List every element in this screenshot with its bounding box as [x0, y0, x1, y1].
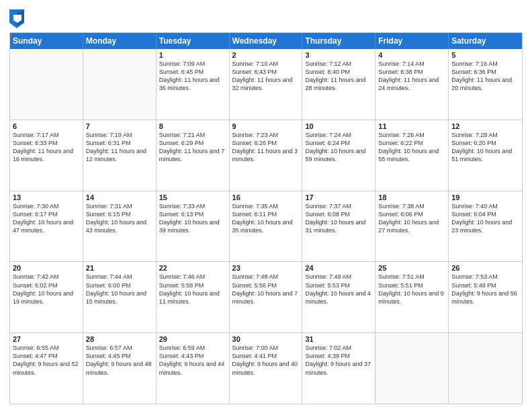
logo [9, 9, 27, 28]
calendar-cell: 1Sunrise: 7:09 AM Sunset: 6:45 PM Daylig… [157, 49, 230, 120]
header-day-tuesday: Tuesday [157, 33, 230, 49]
calendar-cell: 6Sunrise: 7:17 AM Sunset: 6:33 PM Daylig… [10, 120, 83, 191]
day-number: 30 [232, 335, 300, 343]
calendar-header: SundayMondayTuesdayWednesdayThursdayFrid… [10, 33, 522, 49]
header-day-wednesday: Wednesday [230, 33, 303, 49]
calendar-cell: 22Sunrise: 7:46 AM Sunset: 5:58 PM Dayli… [157, 262, 230, 332]
calendar-cell: 15Sunrise: 7:33 AM Sunset: 6:13 PM Dayli… [157, 191, 230, 262]
day-number: 15 [159, 193, 226, 201]
calendar-cell: 16Sunrise: 7:35 AM Sunset: 6:11 PM Dayli… [230, 191, 303, 262]
calendar-cell: 7Sunrise: 7:19 AM Sunset: 6:31 PM Daylig… [83, 120, 157, 191]
cell-text: Sunrise: 7:26 AM Sunset: 6:22 PM Dayligh… [378, 131, 445, 164]
cell-text: Sunrise: 7:12 AM Sunset: 6:40 PM Dayligh… [305, 60, 372, 93]
calendar-cell: 18Sunrise: 7:38 AM Sunset: 6:06 PM Dayli… [375, 191, 449, 262]
cell-text: Sunrise: 7:14 AM Sunset: 6:38 PM Dayligh… [378, 60, 445, 93]
cell-text: Sunrise: 7:02 AM Sunset: 4:39 PM Dayligh… [305, 344, 372, 377]
cell-text: Sunrise: 7:53 AM Sunset: 5:49 PM Dayligh… [451, 273, 519, 306]
cell-text: Sunrise: 7:51 AM Sunset: 5:51 PM Dayligh… [378, 273, 445, 306]
calendar-cell: 3Sunrise: 7:12 AM Sunset: 6:40 PM Daylig… [302, 49, 375, 120]
cell-text: Sunrise: 7:44 AM Sunset: 6:00 PM Dayligh… [86, 273, 153, 306]
cell-text: Sunrise: 7:38 AM Sunset: 6:06 PM Dayligh… [378, 202, 445, 235]
calendar-cell: 28Sunrise: 6:57 AM Sunset: 4:45 PM Dayli… [83, 333, 157, 404]
calendar-cell: 19Sunrise: 7:40 AM Sunset: 6:04 PM Dayli… [449, 191, 522, 262]
day-number: 20 [13, 264, 80, 272]
calendar-cell: 26Sunrise: 7:53 AM Sunset: 5:49 PM Dayli… [449, 262, 522, 332]
calendar-row-3: 20Sunrise: 7:42 AM Sunset: 6:02 PM Dayli… [10, 261, 522, 332]
day-number: 1 [159, 51, 226, 59]
calendar: SundayMondayTuesdayWednesdayThursdayFrid… [9, 32, 523, 404]
day-number: 31 [305, 335, 372, 343]
day-number: 23 [232, 264, 300, 272]
header-day-thursday: Thursday [302, 33, 375, 49]
calendar-cell [10, 49, 83, 120]
calendar-cell: 24Sunrise: 7:49 AM Sunset: 5:53 PM Dayli… [302, 262, 375, 332]
calendar-cell [449, 333, 522, 404]
calendar-row-1: 6Sunrise: 7:17 AM Sunset: 6:33 PM Daylig… [10, 120, 522, 191]
day-number: 5 [451, 51, 519, 59]
day-number: 16 [232, 193, 300, 201]
day-number: 29 [159, 335, 226, 343]
calendar-cell [375, 333, 449, 404]
day-number: 11 [378, 122, 445, 130]
cell-text: Sunrise: 7:35 AM Sunset: 6:11 PM Dayligh… [232, 202, 300, 235]
calendar-row-2: 13Sunrise: 7:30 AM Sunset: 6:17 PM Dayli… [10, 191, 522, 262]
day-number: 18 [378, 193, 445, 201]
calendar-cell: 13Sunrise: 7:30 AM Sunset: 6:17 PM Dayli… [10, 191, 83, 262]
cell-text: Sunrise: 7:10 AM Sunset: 6:43 PM Dayligh… [232, 60, 300, 93]
cell-text: Sunrise: 7:28 AM Sunset: 6:20 PM Dayligh… [451, 131, 519, 164]
day-number: 22 [159, 264, 226, 272]
calendar-cell [83, 49, 157, 120]
calendar-cell: 11Sunrise: 7:26 AM Sunset: 6:22 PM Dayli… [375, 120, 449, 191]
cell-text: Sunrise: 7:23 AM Sunset: 6:26 PM Dayligh… [232, 131, 300, 164]
cell-text: Sunrise: 7:09 AM Sunset: 6:45 PM Dayligh… [159, 60, 226, 93]
day-number: 10 [305, 122, 372, 130]
calendar-cell: 10Sunrise: 7:24 AM Sunset: 6:24 PM Dayli… [302, 120, 375, 191]
cell-text: Sunrise: 7:31 AM Sunset: 6:15 PM Dayligh… [86, 202, 153, 235]
header-day-monday: Monday [83, 33, 157, 49]
calendar-cell: 2Sunrise: 7:10 AM Sunset: 6:43 PM Daylig… [230, 49, 303, 120]
calendar-cell: 30Sunrise: 7:00 AM Sunset: 4:41 PM Dayli… [230, 333, 303, 404]
day-number: 17 [305, 193, 372, 201]
header-day-friday: Friday [375, 33, 449, 49]
cell-text: Sunrise: 6:55 AM Sunset: 4:47 PM Dayligh… [13, 344, 80, 377]
cell-text: Sunrise: 7:33 AM Sunset: 6:13 PM Dayligh… [159, 202, 226, 235]
header-day-sunday: Sunday [10, 33, 83, 49]
header-day-saturday: Saturday [449, 33, 522, 49]
calendar-cell: 12Sunrise: 7:28 AM Sunset: 6:20 PM Dayli… [449, 120, 522, 191]
cell-text: Sunrise: 6:57 AM Sunset: 4:45 PM Dayligh… [86, 344, 153, 377]
logo-icon [9, 9, 24, 28]
cell-text: Sunrise: 7:40 AM Sunset: 6:04 PM Dayligh… [451, 202, 519, 235]
cell-text: Sunrise: 7:21 AM Sunset: 6:29 PM Dayligh… [159, 131, 226, 164]
day-number: 7 [86, 122, 153, 130]
calendar-cell: 21Sunrise: 7:44 AM Sunset: 6:00 PM Dayli… [83, 262, 157, 332]
cell-text: Sunrise: 7:46 AM Sunset: 5:58 PM Dayligh… [159, 273, 226, 306]
calendar-cell: 17Sunrise: 7:37 AM Sunset: 6:08 PM Dayli… [302, 191, 375, 262]
day-number: 19 [451, 193, 519, 201]
cell-text: Sunrise: 7:00 AM Sunset: 4:41 PM Dayligh… [232, 344, 300, 377]
cell-text: Sunrise: 7:16 AM Sunset: 6:36 PM Dayligh… [451, 60, 519, 93]
day-number: 3 [305, 51, 372, 59]
cell-text: Sunrise: 6:59 AM Sunset: 4:43 PM Dayligh… [159, 344, 226, 377]
cell-text: Sunrise: 7:37 AM Sunset: 6:08 PM Dayligh… [305, 202, 372, 235]
day-number: 25 [378, 264, 445, 272]
calendar-body: 1Sunrise: 7:09 AM Sunset: 6:45 PM Daylig… [10, 49, 522, 404]
cell-text: Sunrise: 7:24 AM Sunset: 6:24 PM Dayligh… [305, 131, 372, 164]
calendar-cell: 4Sunrise: 7:14 AM Sunset: 6:38 PM Daylig… [375, 49, 449, 120]
calendar-cell: 8Sunrise: 7:21 AM Sunset: 6:29 PM Daylig… [157, 120, 230, 191]
cell-text: Sunrise: 7:48 AM Sunset: 5:56 PM Dayligh… [232, 273, 300, 306]
day-number: 12 [451, 122, 519, 130]
day-number: 27 [13, 335, 80, 343]
calendar-cell: 23Sunrise: 7:48 AM Sunset: 5:56 PM Dayli… [230, 262, 303, 332]
day-number: 9 [232, 122, 300, 130]
day-number: 4 [378, 51, 445, 59]
calendar-row-0: 1Sunrise: 7:09 AM Sunset: 6:45 PM Daylig… [10, 49, 522, 120]
day-number: 21 [86, 264, 153, 272]
calendar-cell: 25Sunrise: 7:51 AM Sunset: 5:51 PM Dayli… [375, 262, 449, 332]
day-number: 24 [305, 264, 372, 272]
day-number: 8 [159, 122, 226, 130]
day-number: 28 [86, 335, 153, 343]
day-number: 26 [451, 264, 519, 272]
cell-text: Sunrise: 7:17 AM Sunset: 6:33 PM Dayligh… [13, 131, 80, 164]
calendar-cell: 14Sunrise: 7:31 AM Sunset: 6:15 PM Dayli… [83, 191, 157, 262]
cell-text: Sunrise: 7:49 AM Sunset: 5:53 PM Dayligh… [305, 273, 372, 306]
